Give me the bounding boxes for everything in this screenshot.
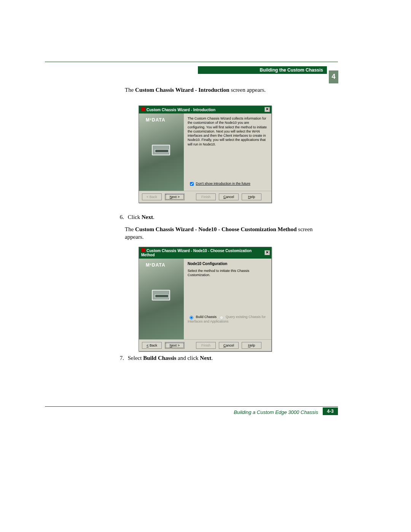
section-bar: Building the Custom Chassis: [198, 66, 327, 74]
step-num: 7.: [116, 355, 124, 361]
intro-text-2: The Custom Chassis Wizard - Node10 - Cho…: [125, 225, 330, 241]
dialog-choose-method: Custom Chassis Wizard - Node10 - Choose …: [139, 247, 272, 351]
config-heading: Node10 Configuration: [188, 262, 268, 267]
app-icon: [141, 248, 145, 252]
t: and click: [176, 355, 200, 361]
radio-query-input[interactable]: [220, 316, 223, 320]
footer-page-number: 4-3: [323, 407, 338, 415]
page-rule-top: [45, 62, 338, 62]
dialog-titlebar: Custom Chassis Wizard - Node10 - Choose …: [139, 247, 271, 259]
t: The: [125, 226, 135, 232]
dialog-content: The Custom Chassis Wizard collects infor…: [184, 113, 271, 191]
footer-rule: [45, 406, 338, 407]
radio-build-label: Build Chassis: [196, 315, 217, 319]
finish-button[interactable]: Finish: [196, 193, 216, 200]
radio-build-chassis[interactable]: Build Chassis: [188, 315, 218, 319]
dialog-title-text: Custom Chassis Wizard - Node10 - Choose …: [141, 249, 252, 257]
dialog-body: MᶜDATA The Custom Chassis Wizard collect…: [139, 113, 271, 191]
step-6: 6. Click Next.: [116, 214, 155, 220]
footer-title: Building a Custom Edge 3000 Chassis: [234, 409, 318, 415]
wizard-intro-text: The Custom Chassis Wizard collects infor…: [188, 117, 268, 147]
dont-show-check[interactable]: [190, 182, 194, 186]
app-icon: [141, 107, 145, 111]
cancel-button[interactable]: Cancel: [219, 342, 239, 349]
dialog-titlebar: Custom Chassis Wizard - Introduction ✕: [139, 106, 271, 113]
device-icon: [152, 145, 170, 155]
dialog-sidebar: MᶜDATA: [139, 113, 184, 191]
dialog-title-text: Custom Chassis Wizard - Introduction: [147, 108, 215, 112]
back-button[interactable]: < Back: [142, 193, 162, 200]
brand-logo: MᶜDATA: [146, 117, 184, 123]
chapter-tab: 4: [329, 70, 338, 83]
help-button[interactable]: Help: [242, 193, 261, 200]
finish-button[interactable]: Finish: [196, 342, 216, 349]
cancel-button[interactable]: Cancel: [219, 193, 239, 200]
next-button[interactable]: Next >: [165, 342, 185, 349]
t: .: [211, 355, 213, 361]
dialog-intro: Custom Chassis Wizard - Introduction ✕ M…: [139, 105, 272, 203]
t: Next: [142, 214, 153, 220]
device-icon: [152, 290, 170, 300]
dialog-sidebar: MᶜDATA: [139, 259, 184, 339]
dialog-button-row: < Back Next > Finish Cancel Help: [139, 339, 271, 351]
t: Click: [128, 214, 142, 220]
radio-build-input[interactable]: [190, 316, 193, 320]
t: .: [153, 214, 155, 220]
step-num: 6.: [116, 214, 124, 220]
step-7: 7. Select Build Chassis and click Next.: [116, 355, 213, 361]
config-subtext: Select the method to initiate this Chass…: [188, 269, 268, 278]
t: Custom Chassis Wizard - Introduction: [135, 87, 229, 93]
brand-logo: MᶜDATA: [146, 262, 184, 268]
page-footer: Building a Custom Edge 3000 Chassis 4-3: [45, 406, 338, 416]
dont-show-label: Don't show introduction in the future: [196, 182, 250, 185]
intro-text-1: The Custom Chassis Wizard - Introduction…: [125, 86, 327, 94]
t: The: [125, 87, 135, 93]
dont-show-checkbox[interactable]: Don't show introduction in the future: [188, 181, 250, 187]
t: Next: [200, 355, 211, 361]
t: Build Chassis: [143, 355, 176, 361]
dialog-body: MᶜDATA Node10 Configuration Select the m…: [139, 259, 271, 339]
t: Custom Chassis Wizard - Node10 - Choose …: [135, 226, 296, 232]
close-icon[interactable]: ✕: [264, 250, 270, 255]
back-button[interactable]: < Back: [142, 342, 162, 349]
dialog-content: Node10 Configuration Select the method t…: [184, 259, 271, 339]
dialog-button-row: < Back Next > Finish Cancel Help: [139, 191, 271, 203]
help-button[interactable]: Help: [242, 342, 261, 349]
t: screen appears.: [229, 87, 266, 93]
t: Select: [128, 355, 143, 361]
radio-group: Build Chassis Query existing Chassis for…: [188, 315, 268, 324]
title-left: Custom Chassis Wizard - Introduction: [141, 107, 215, 112]
next-button[interactable]: Next >: [165, 193, 185, 200]
close-icon[interactable]: ✕: [264, 107, 270, 112]
title-left: Custom Chassis Wizard - Node10 - Choose …: [141, 248, 264, 257]
